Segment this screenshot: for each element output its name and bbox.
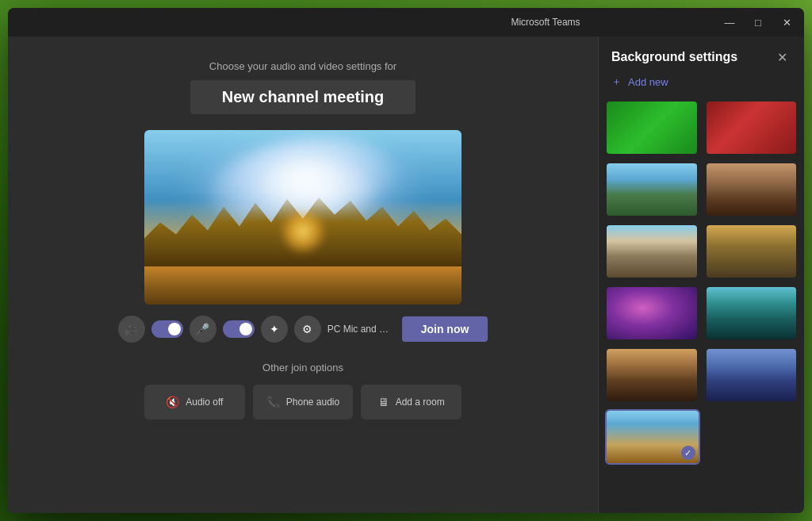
bg-add-new-label: Add new [628,76,668,88]
bg-thumb-door[interactable] [605,224,699,279]
camera-icon: 🎥 [124,323,138,335]
thumb-red-abstract-inner [707,102,797,154]
phone-icon: 📞 [266,396,280,408]
audio-off-label: Audio off [186,396,223,408]
close-button[interactable]: ✕ [779,17,795,28]
bg-thumb-mountain[interactable] [605,162,699,217]
phone-audio-label: Phone audio [286,396,339,408]
add-room-button[interactable]: 🖥 Add a room [361,385,462,419]
plus-icon: ＋ [611,75,622,89]
thumb-door-inner [607,225,697,278]
join-options-row: 🔇 Audio off 📞 Phone audio 🖥 Add a room [144,385,462,419]
thumb-forest-inner [707,287,797,339]
audio-off-icon: 🔇 [166,396,179,408]
bg-thumb-arch[interactable] [705,162,799,217]
bg-thumb-selected-scene[interactable] [605,409,700,465]
camera-toggle-wrap [151,320,183,338]
ground [144,266,462,305]
video-scene [144,130,462,305]
bg-thumbnails-container [599,97,804,513]
bg-thumb-street[interactable] [605,347,699,403]
meeting-title: New channel meeting [222,88,385,105]
thumb-empty [707,409,799,465]
meeting-title-box: New channel meeting [190,80,416,114]
audio-device-label: PC Mic and Sp... [327,324,391,335]
thumb-row-4 [605,285,798,341]
window-controls: — □ ✕ [722,17,795,28]
bg-panel-header: Background settings ✕ [599,36,804,75]
app-title: Microsoft Teams [370,17,722,28]
audio-off-button[interactable]: 🔇 Audio off [144,385,245,419]
thumb-arch-inner [707,163,797,216]
maximize-button[interactable]: □ [750,17,766,28]
bg-thumb-fantasy[interactable] [705,347,799,403]
gear-icon: ⚙ [302,323,312,335]
thumb-row-2 [605,162,798,217]
noise-button[interactable]: ✦ [261,316,288,343]
room-icon: 🖥 [378,396,389,408]
thumb-industrial-inner [707,225,797,278]
meeting-panel: Choose your audio and video settings for… [8,36,598,513]
bg-thumb-industrial[interactable] [705,224,799,279]
thumb-green-bar-inner [607,102,697,154]
thumb-row-5 [605,347,798,403]
thumb-row-1 [605,100,798,155]
mic-toggle[interactable] [223,320,255,338]
thumb-nebula-inner [607,287,697,339]
video-preview [144,130,462,305]
thumb-fantasy-inner [707,349,797,401]
meeting-subtitle: Choose your audio and video settings for [209,60,396,72]
bg-close-button[interactable]: ✕ [772,48,791,67]
title-bar: Microsoft Teams — □ ✕ [8,8,804,36]
main-content: Choose your audio and video settings for… [8,36,804,513]
settings-button[interactable]: ⚙ [294,316,321,343]
thumb-row-6 [605,409,798,465]
join-now-button[interactable]: Join now [402,316,488,342]
bg-thumb-nebula[interactable] [605,285,699,341]
sun-glow [279,208,327,255]
thumb-row-3 [605,224,798,279]
thumb-street-inner [607,349,697,401]
noise-icon: ✦ [270,323,279,335]
add-room-label: Add a room [396,396,445,408]
controls-bar: 🎥 🎤 ✦ ⚙ PC Mic and Sp... Join n [118,316,488,343]
camera-button[interactable]: 🎥 [118,316,145,343]
mic-icon: 🎤 [196,323,209,335]
bg-add-new-button[interactable]: ＋ Add new [599,75,804,97]
bg-thumb-green-bar[interactable] [605,100,699,155]
mic-toggle-wrap [223,320,255,338]
thumb-selected-scene-inner [607,411,699,463]
bg-thumb-red-abstract[interactable] [705,100,799,155]
mic-button[interactable]: 🎤 [190,316,216,343]
camera-toggle[interactable] [151,320,183,338]
teams-window: Microsoft Teams — □ ✕ Choose your audio … [8,8,804,513]
other-options-label: Other join options [262,362,343,374]
phone-audio-button[interactable]: 📞 Phone audio [253,385,354,419]
bg-thumb-forest[interactable] [705,285,799,341]
bg-panel-title: Background settings [611,50,737,64]
background-settings-panel: Background settings ✕ ＋ Add new [598,36,804,513]
thumb-mountain-inner [607,163,697,216]
close-icon: ✕ [777,50,787,65]
minimize-button[interactable]: — [722,17,737,28]
